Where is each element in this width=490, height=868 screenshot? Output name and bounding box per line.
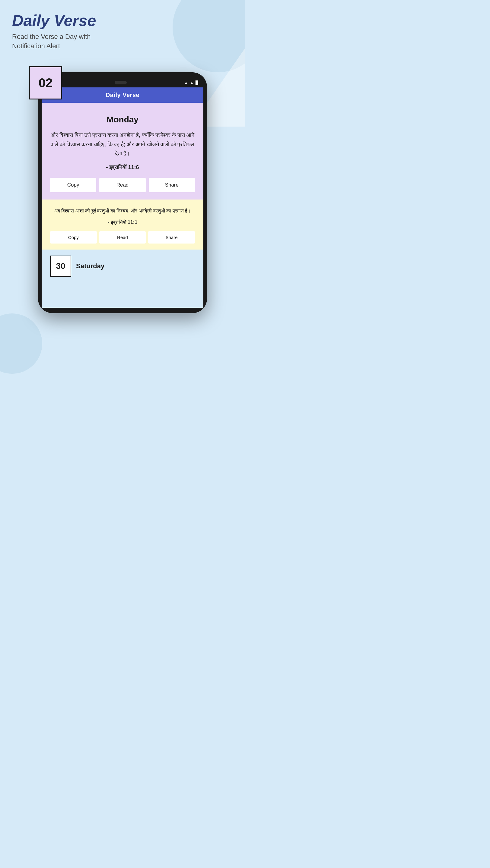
phone-speaker [115,81,127,84]
app-subtitle: Read the Verse a Day withNotification Al… [12,32,96,51]
battery-icon: ▉ [196,81,199,85]
copy-button-secondary[interactable]: Copy [50,231,97,244]
signal-icon: ▲ [190,81,194,85]
verse-reference-main: - इब्रानियों 11:6 [50,164,195,170]
action-buttons-main: Copy Read Share [50,178,195,192]
phone-status-icons: ▲ ▲ ▉ [184,81,199,85]
phone-notch: 12:31 ▲ ▲ ▉ [41,78,203,87]
verse-reference-secondary: - इब्रानियों 11:1 [50,220,195,225]
day-number-main: 02 [39,76,53,90]
verse-text-secondary: अब विश्वास आशा की हुई वस्तुओं का निश्चय,… [50,207,195,215]
bg-decoration-circle-1 [173,0,245,72]
copy-button-main[interactable]: Copy [50,178,96,192]
share-button-secondary[interactable]: Share [148,231,195,244]
action-buttons-secondary: Copy Read Share [50,231,195,244]
verse-card-tertiary: 30 Saturday [41,250,203,277]
day-label-main: Monday [50,115,195,124]
ref-text-main: इब्रानियों [109,164,126,170]
read-button-main[interactable]: Read [99,178,145,192]
app-bar-title: Daily Verse [106,92,139,98]
ref-text-secondary: इब्रानियों [111,220,126,225]
phone-mockup: 02 12:31 ▲ ▲ ▉ Daily Verse M [38,72,207,313]
day-badge-tertiary: 30 [50,255,71,277]
header-section: Daily Verse Read the Verse a Day withNot… [12,12,96,51]
verse-card-main: Monday और विश्वास बिना उसे प्रसन्न करना … [41,103,203,199]
day-badge-main: 02 [29,66,62,99]
phone-frame: 12:31 ▲ ▲ ▉ Daily Verse Monday और विश्वा… [38,72,207,313]
day-number-tertiary: 30 [56,261,65,271]
app-title: Daily Verse [12,12,96,29]
day-label-tertiary: Saturday [76,262,105,270]
phone-screen: Monday और विश्वास बिना उसे प्रसन्न करना … [41,103,203,308]
verse-card-secondary: अब विश्वास आशा की हुई वस्तुओं का निश्चय,… [41,199,203,250]
app-bar: Daily Verse [41,87,203,103]
wifi-icon: ▲ [184,81,188,85]
share-button-main[interactable]: Share [149,178,195,192]
verse-text-main: और विश्वास बिना उसे प्रसन्न करना अनहोना … [50,130,195,158]
read-button-secondary[interactable]: Read [99,231,146,244]
bg-decoration-circle-2 [0,313,42,374]
